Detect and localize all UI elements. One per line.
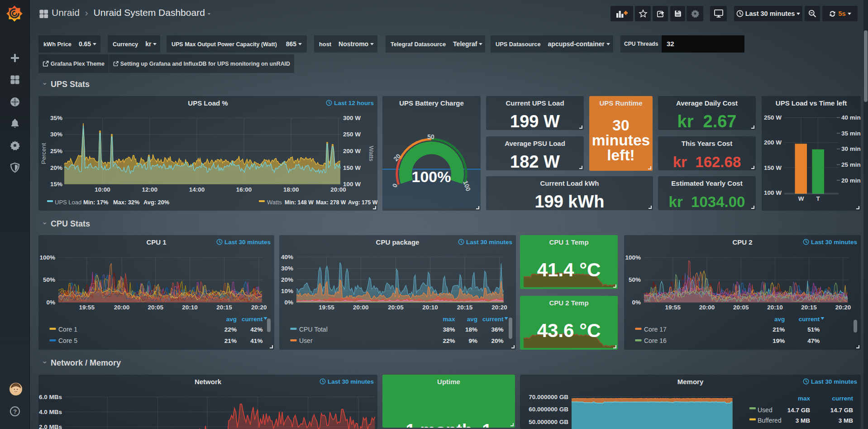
svg-text:100%: 100% — [625, 254, 641, 261]
svg-text:70.000000 GB: 70.000000 GB — [529, 394, 568, 400]
svg-text:avg: avg — [467, 316, 477, 323]
svg-text:0%: 0% — [632, 299, 641, 306]
svg-text:35%: 35% — [50, 115, 62, 121]
svg-text:current: current — [799, 316, 820, 323]
svg-text:30%: 30% — [50, 131, 62, 138]
svg-text:20:10: 20:10 — [182, 304, 198, 311]
svg-text:19%: 19% — [773, 337, 785, 344]
svg-text:150 W: 150 W — [343, 164, 361, 171]
svg-text:100 W: 100 W — [343, 181, 361, 188]
svg-text:Avg: 175 W: Avg: 175 W — [348, 199, 377, 206]
svg-text:20:05: 20:05 — [733, 304, 749, 311]
svg-text:150 W: 150 W — [764, 164, 782, 171]
svg-text:6.0 MBs: 6.0 MBs — [39, 394, 62, 400]
svg-text:UPS Load: UPS Load — [55, 199, 81, 206]
svg-text:Max: 278 W: Max: 278 W — [316, 199, 346, 206]
svg-text:2.0 MBs: 2.0 MBs — [39, 424, 62, 429]
svg-text:CPU Total: CPU Total — [299, 326, 328, 333]
svg-text:50: 50 — [427, 133, 434, 140]
svg-text:14.7 GB: 14.7 GB — [830, 407, 854, 414]
svg-text:19:55: 19:55 — [665, 304, 681, 311]
svg-text:20: 20 — [392, 152, 402, 162]
svg-text:Used: Used — [758, 406, 773, 414]
svg-text:T: T — [816, 195, 820, 202]
svg-text:41%: 41% — [250, 337, 262, 344]
svg-text:Avg: 20%: Avg: 20% — [143, 199, 170, 206]
svg-text:20:00: 20:00 — [699, 304, 715, 311]
svg-text:W: W — [798, 195, 804, 202]
svg-text:200 W: 200 W — [343, 148, 361, 154]
svg-text:10:00: 10:00 — [95, 186, 110, 193]
svg-text:Core 1: Core 1 — [58, 326, 77, 333]
svg-text:Core 16: Core 16 — [644, 337, 667, 344]
svg-text:20:20: 20:20 — [491, 304, 507, 311]
svg-text:30%: 30% — [281, 265, 293, 272]
svg-text:250 W: 250 W — [764, 114, 782, 121]
svg-text:21%: 21% — [224, 337, 237, 344]
svg-text:20:00: 20:00 — [114, 304, 130, 311]
svg-text:20:05: 20:05 — [148, 304, 163, 311]
svg-text:22%: 22% — [224, 326, 237, 333]
svg-text:20%: 20% — [281, 276, 293, 283]
svg-text:42%: 42% — [250, 326, 262, 333]
svg-text:3 MB: 3 MB — [839, 417, 854, 424]
svg-text:10%: 10% — [281, 288, 293, 294]
svg-text:User: User — [299, 337, 313, 344]
svg-text:3 MB: 3 MB — [796, 417, 811, 424]
svg-text:14.7 GB: 14.7 GB — [787, 407, 811, 414]
svg-text:16:00: 16:00 — [236, 186, 252, 193]
svg-text:40%: 40% — [281, 254, 293, 260]
svg-text:current: current — [832, 395, 853, 402]
svg-text:60.000000 GB: 60.000000 GB — [529, 406, 568, 413]
svg-text:22%: 22% — [443, 337, 455, 344]
svg-text:51%: 51% — [807, 326, 820, 333]
svg-text:Min: 17%: Min: 17% — [83, 199, 109, 206]
svg-text:50%: 50% — [629, 276, 641, 283]
svg-text:max: max — [798, 395, 811, 402]
svg-text:20:10: 20:10 — [422, 304, 438, 311]
svg-text:avg: avg — [774, 316, 785, 323]
svg-text:20%: 20% — [491, 337, 503, 344]
svg-text:4.0 MBs: 4.0 MBs — [39, 409, 62, 415]
svg-text:0%: 0% — [46, 299, 55, 306]
svg-text:Max: 32%: Max: 32% — [113, 199, 140, 206]
svg-text:20 min: 20 min — [841, 177, 861, 184]
svg-text:20:15: 20:15 — [216, 304, 232, 311]
svg-text:300 W: 300 W — [343, 115, 361, 121]
svg-text:9%: 9% — [468, 337, 477, 344]
svg-text:20:10: 20:10 — [767, 304, 783, 311]
svg-text:20:05: 20:05 — [388, 304, 404, 311]
svg-text:38%: 38% — [443, 326, 455, 333]
svg-text:250 W: 250 W — [343, 131, 361, 138]
svg-text:Buffered: Buffered — [758, 417, 782, 424]
svg-text:18%: 18% — [465, 326, 477, 333]
svg-text:50.000000 GB: 50.000000 GB — [529, 419, 568, 425]
svg-text:14:00: 14:00 — [189, 186, 205, 193]
svg-text:20:20: 20:20 — [835, 304, 851, 311]
svg-text:12:00: 12:00 — [142, 186, 157, 193]
svg-text:25%: 25% — [50, 148, 62, 154]
svg-text:Percent: Percent — [40, 143, 47, 164]
svg-text:18:00: 18:00 — [283, 186, 299, 193]
svg-text:100%: 100% — [412, 168, 451, 185]
svg-text:20:00: 20:00 — [353, 304, 369, 311]
svg-text:Watts: Watts — [368, 146, 375, 161]
svg-text:50%: 50% — [43, 276, 55, 283]
svg-text:20:20: 20:20 — [251, 304, 267, 311]
svg-text:Min: 148 W: Min: 148 W — [285, 199, 314, 206]
svg-text:?: ? — [13, 408, 17, 415]
svg-text:Core 17: Core 17 — [644, 326, 667, 333]
svg-text:0%: 0% — [284, 299, 293, 306]
svg-text:40 min: 40 min — [841, 114, 861, 121]
svg-text:avg: avg — [226, 316, 237, 323]
svg-text:19:55: 19:55 — [79, 304, 95, 311]
svg-text:current: current — [242, 316, 263, 323]
svg-text:200 W: 200 W — [764, 139, 782, 146]
svg-text:20:15: 20:15 — [801, 304, 817, 311]
svg-text:20:15: 20:15 — [457, 304, 473, 311]
svg-text:max: max — [443, 316, 455, 323]
svg-text:100 W: 100 W — [764, 189, 782, 196]
svg-text:20%: 20% — [50, 164, 62, 171]
svg-text:15%: 15% — [50, 181, 62, 188]
svg-text:19:55: 19:55 — [319, 304, 334, 311]
